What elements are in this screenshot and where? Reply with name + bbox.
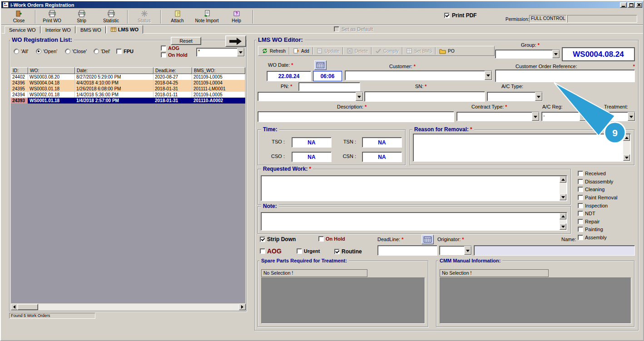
radio-indicator[interactable]	[65, 49, 70, 54]
refresh-button[interactable]: Refresh	[259, 47, 288, 55]
attach-button[interactable]: Attach	[163, 9, 192, 24]
checkbox-indicator[interactable]	[578, 227, 583, 232]
add-button[interactable]: Add	[291, 47, 312, 55]
description-field[interactable]	[258, 111, 454, 122]
contract-type-value[interactable]	[457, 112, 532, 121]
csn-field[interactable]: NA	[362, 152, 402, 162]
customer-combo[interactable]	[345, 70, 492, 80]
ac-type-value[interactable]	[487, 92, 535, 101]
sn-field[interactable]	[364, 91, 485, 102]
wo-date-field[interactable]: 22.08.24	[267, 71, 311, 81]
scroll-up-button[interactable]	[560, 176, 566, 183]
routine-checkbox[interactable]: Routine	[334, 248, 362, 255]
pn-filter-field[interactable]	[298, 82, 360, 91]
tab-lms-wo[interactable]: LMS WO	[106, 25, 143, 34]
wo-time-field[interactable]: 06:06	[313, 71, 342, 81]
originator-value[interactable]	[440, 246, 464, 255]
urgent-checkbox[interactable]: Urgent	[297, 248, 320, 254]
filter-fpu-checkbox[interactable]: FPU	[116, 49, 134, 54]
cmm-selection[interactable]: No Selection !	[440, 269, 549, 277]
scroll-left-button[interactable]	[11, 304, 18, 310]
filter-close-radio[interactable]: 'Close'	[65, 49, 87, 54]
close-button[interactable]: Close	[4, 9, 34, 24]
checkbox-indicator[interactable]	[161, 45, 166, 51]
statistic-button[interactable]: Statistic	[96, 9, 126, 24]
step-painting-checkbox[interactable]: Painting	[578, 227, 603, 232]
list-search-combo[interactable]: *	[196, 48, 245, 57]
table-row[interactable]: 24402 WS0003.08.20 8/27/2020 5:29:00 PM …	[11, 74, 245, 80]
filter-on-hold-checkbox[interactable]: On Hold	[161, 52, 188, 58]
wo-date-calendar-button[interactable]	[314, 60, 327, 70]
spare-parts-selection[interactable]: No Selection !	[261, 269, 367, 277]
print-pdf-option[interactable]: Print PDF	[444, 12, 477, 19]
note-import-button[interactable]: Note Import	[192, 9, 222, 24]
scroll-down-button[interactable]	[560, 194, 566, 200]
originator-combo[interactable]	[439, 246, 472, 255]
radio-indicator[interactable]	[36, 49, 41, 54]
ac-type-combo[interactable]	[487, 92, 543, 101]
aog-checkbox[interactable]: AOG	[260, 247, 282, 255]
po-button[interactable]: PO	[437, 47, 456, 55]
checkbox-indicator[interactable]	[578, 219, 583, 224]
contract-type-combo[interactable]	[456, 112, 540, 121]
scroll-down-button[interactable]	[560, 223, 566, 230]
name-field[interactable]	[474, 245, 635, 256]
close-window-button[interactable]	[635, 2, 642, 8]
deadline-field[interactable]	[377, 245, 437, 256]
step-cleaning-checkbox[interactable]: Cleaning	[578, 187, 604, 192]
step-received-checkbox[interactable]: Received	[578, 171, 606, 176]
checkbox-indicator[interactable]	[260, 237, 265, 242]
strip-down-checkbox[interactable]: Strip Down	[260, 236, 296, 242]
chevron-down-icon[interactable]	[356, 92, 363, 101]
minimize-button[interactable]	[620, 2, 627, 8]
scroll-up-button[interactable]	[560, 213, 566, 219]
deadline-calendar-button[interactable]	[421, 235, 434, 244]
filter-del-radio[interactable]: 'Del'	[94, 49, 110, 54]
spare-parts-list-area[interactable]	[261, 277, 425, 324]
column-header-id[interactable]: ID:	[11, 67, 28, 74]
column-header-deadline[interactable]: DeadLine:	[154, 67, 192, 74]
cmm-list-area[interactable]	[440, 277, 631, 324]
scrollbar-thumb[interactable]	[17, 304, 38, 310]
filter-all-radio[interactable]: 'All'	[14, 49, 28, 54]
note-textarea[interactable]	[261, 212, 567, 231]
chevron-down-icon[interactable]	[535, 92, 542, 101]
radio-indicator[interactable]	[14, 49, 19, 54]
table-row[interactable]: 24395 WS0003.01.18 1/26/2018 6:08:00 PM …	[11, 86, 245, 92]
step-disassembly-checkbox[interactable]: Disassembly	[578, 179, 613, 184]
group-value[interactable]	[495, 50, 552, 58]
strip-button[interactable]: Strip	[67, 9, 96, 24]
checkbox-indicator[interactable]	[578, 187, 583, 192]
checkbox-indicator[interactable]	[116, 49, 122, 54]
step-repair-checkbox[interactable]: Repair	[578, 219, 599, 224]
tab-service-wo[interactable]: Service WO	[5, 26, 40, 34]
step-ndt-checkbox[interactable]: NDT	[578, 211, 595, 216]
chevron-down-icon[interactable]	[552, 50, 560, 58]
pn-value[interactable]	[258, 92, 356, 101]
step-inspection-checkbox[interactable]: Inspection	[578, 203, 608, 208]
checkbox-indicator[interactable]	[318, 236, 324, 242]
tso-field[interactable]: NA	[292, 137, 332, 148]
column-header-wo[interactable]: WO:	[28, 67, 75, 74]
checkbox-indicator[interactable]	[578, 179, 583, 184]
tsn-field[interactable]: NA	[362, 137, 402, 148]
reset-button[interactable]: Reset	[171, 37, 201, 45]
on-hold-checkbox[interactable]: On Hold	[318, 236, 345, 242]
vertical-scrollbar[interactable]	[560, 213, 566, 230]
table-row[interactable]: 24394 WS0002.01.18 1/4/2018 5:36:00 PM 2…	[11, 92, 245, 98]
scroll-down-button[interactable]	[623, 154, 630, 161]
chevron-down-icon[interactable]	[532, 112, 539, 121]
chevron-down-icon[interactable]	[485, 71, 492, 80]
column-header-bms[interactable]: BMS_WO:	[192, 67, 245, 74]
next-arrow-button[interactable]	[225, 35, 246, 47]
column-header-date[interactable]: Date:	[75, 67, 154, 74]
radio-indicator[interactable]	[94, 49, 99, 54]
table-row[interactable]: 24396 WS0004.04.18 4/4/2018 4:10:00 PM 2…	[11, 80, 245, 86]
print-pdf-checkbox[interactable]	[444, 13, 450, 18]
list-search-value[interactable]: *	[197, 48, 237, 56]
checkbox-indicator[interactable]	[334, 249, 340, 254]
checkbox-indicator[interactable]	[578, 211, 583, 216]
scroll-right-button[interactable]	[239, 304, 246, 310]
customer-value[interactable]	[345, 71, 485, 80]
chevron-down-icon[interactable]	[464, 246, 471, 255]
